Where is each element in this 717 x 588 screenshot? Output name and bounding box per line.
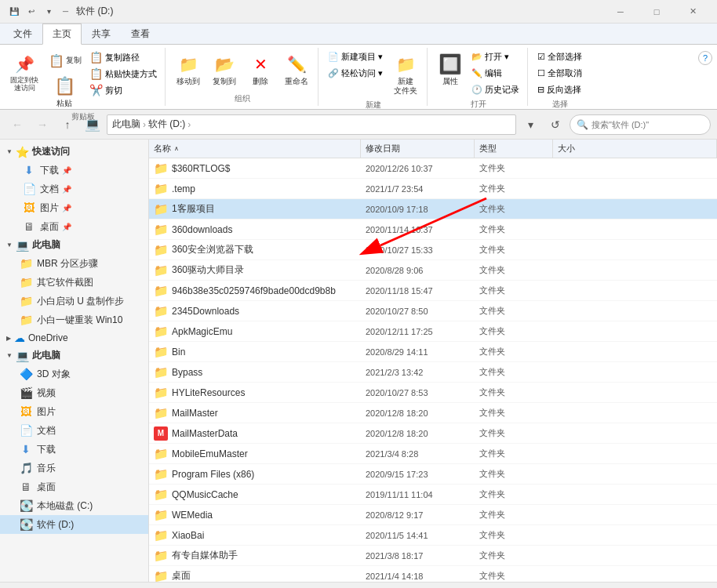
delete-icon: ✕ [248,52,273,77]
sidebar-item-music[interactable]: 🎵 音乐 [0,459,148,477]
sidebar-item-other[interactable]: 📁 其它软件截图 [0,273,148,292]
address-path[interactable]: 此电脑 › 软件 (D:) › [107,114,516,135]
table-row[interactable]: 📁 QQMusicCache 2019/11/11 11:04 文件夹 [149,485,717,505]
sidebar-item-xiaobai1[interactable]: 📁 小白启动 U 盘制作步 [0,292,148,310]
invert-label: 反向选择 [547,84,581,96]
sidebar-item-docs2[interactable]: 📄 文档 [0,421,148,440]
table-row[interactable]: 📁 2345Downloads 2020/10/27 8:50 文件夹 [149,301,717,321]
up-button[interactable]: ↑ [56,114,78,136]
open-button[interactable]: 📂 打开 ▾ [468,49,522,64]
sidebar-item-3d[interactable]: 🔷 3D 对象 [0,365,148,383]
sidebar-item-docs1[interactable]: 📄 文档 📌 [0,180,148,198]
table-row[interactable]: 📁 $360RTLOG$ 2020/12/26 10:37 文件夹 [149,158,717,179]
deselect-all-button[interactable]: ☐ 全部取消 [534,66,585,81]
table-row[interactable]: M MailMasterData 2020/12/8 18:20 文件夹 [149,423,717,444]
table-row[interactable]: 📁 MailMaster 2020/12/8 18:20 文件夹 [149,403,717,423]
table-row[interactable]: 📁 360驱动大师目录 2020/8/28 9:06 文件夹 [149,260,717,281]
pin-to-quick-access-button[interactable]: 📌 固定到快速访问 [6,49,42,95]
close-button[interactable]: ✕ [675,0,711,24]
table-row[interactable]: 📁 MobileEmuMaster 2021/3/4 8:28 文件夹 [149,444,717,464]
tab-view[interactable]: 查看 [121,24,160,45]
table-row[interactable]: 📁 HYLiteResources 2020/10/27 8:53 文件夹 [149,383,717,403]
copy-path-button[interactable]: 📋 复制路径 [86,49,160,65]
tab-share[interactable]: 共享 [82,24,121,45]
folder-icon: 📁 [154,162,168,176]
new-folder-button[interactable]: 📁 新建文件夹 [389,49,422,98]
clipboard-buttons: 📌 固定到快速访问 📋 复制 📋 粘贴 [6,49,160,110]
delete-button[interactable]: ✕ 删除 [244,49,277,89]
pc-icon: 💻 [82,114,104,136]
sidebar-quickaccess[interactable]: ▼ ⭐ 快速访问 [0,143,148,161]
search-input[interactable] [591,120,704,129]
sidebar-item-mbr[interactable]: 📁 MBR 分区步骤 [0,254,148,273]
details-view-button[interactable]: ☰ [692,585,709,589]
sidebar-item-dl[interactable]: ⬇ 下载 [0,440,148,459]
properties-button[interactable]: 🔲 属性 [434,49,467,89]
help-button[interactable]: ? [698,51,712,65]
sidebar-item-imgs[interactable]: 🖼 图片 [0,402,148,421]
sidebar-pc2-icon: 💻 [16,350,29,362]
table-row[interactable]: 📁 1客服项目 2020/10/9 17:18 文件夹 [149,199,717,220]
quick-dropdown[interactable]: ▾ [41,4,56,20]
sidebar-item-download1[interactable]: ⬇ 下载 📌 [0,161,148,180]
copy-to-button[interactable]: 📂 复制到 [208,49,241,89]
table-row[interactable]: 📁 有专自媒体助手 2021/3/8 18:17 文件夹 [149,546,717,566]
large-icons-view-button[interactable]: ⊞ [672,585,689,589]
back-button[interactable]: ← [6,114,28,136]
table-row[interactable]: 📁 Program Files (x86) 2020/9/15 17:23 文件… [149,464,717,485]
sidebar-item-diskd[interactable]: 💽 软件 (D:) [0,515,148,534]
table-row[interactable]: 📁 桌面 2021/1/4 14:18 文件夹 [149,566,717,582]
table-row[interactable]: 📁 .temp 2021/1/7 23:54 文件夹 [149,179,717,199]
easy-access-button[interactable]: 🔗 轻松访问 ▾ [325,66,386,81]
sidebar-item-diskc[interactable]: 💽 本地磁盘 (C:) [0,496,148,515]
sidebar-item-desktop1[interactable]: 🖥 桌面 📌 [0,217,148,236]
table-row[interactable]: 📁 XiaoBai 2020/11/5 14:41 文件夹 [149,525,717,546]
table-row[interactable]: 📁 Bin 2020/8/29 14:11 文件夹 [149,342,717,362]
open-label: 打开 [471,99,486,110]
sidebar-item-pics1[interactable]: 🖼 图片 📌 [0,198,148,217]
cut-button[interactable]: ✂️ 剪切 [86,82,160,98]
col-header-size[interactable]: 大小 [553,140,717,158]
forward-button[interactable]: → [31,114,53,136]
sidebar-dl-label: 下载 [37,443,56,456]
table-row[interactable]: 📁 WEMedia 2020/8/12 9:17 文件夹 [149,505,717,525]
paste-button[interactable]: 📋 粘贴 [44,72,85,110]
col-header-name[interactable]: 名称 ∧ [149,140,361,158]
maximize-button[interactable]: □ [639,0,675,24]
col-header-date[interactable]: 修改日期 [361,140,475,158]
sidebar-thispc2-label: 此电脑 [32,349,60,362]
move-to-button[interactable]: 📁 移动到 [172,49,205,89]
table-row[interactable]: 📁 360downloads 2020/11/14 10:37 文件夹 [149,220,717,240]
dropdown-button[interactable]: ▾ [519,114,541,136]
sidebar-onedrive-section[interactable]: ▶ ☁ OneDrive [0,329,148,347]
onedrive-arrow: ▶ [6,335,11,342]
organize-label: 组织 [235,93,250,104]
refresh-button[interactable]: ↺ [544,114,566,136]
quick-btn-1[interactable]: 💾 [6,4,22,20]
table-row[interactable]: 📁 946b38e35c0259746f9bade00dcd9b8b 2020/… [149,281,717,301]
select-all-button[interactable]: ☑ 全部选择 [534,49,585,64]
search-box[interactable]: 🔍 [570,114,711,135]
path-segment-pc[interactable]: 此电脑 [112,118,140,131]
sidebar-item-desk2[interactable]: 🖥 桌面 [0,477,148,496]
edit-button[interactable]: ✏️ 编辑 [468,66,522,81]
sidebar-thispc2-section[interactable]: ▼ 💻 此电脑 [0,347,148,365]
quick-btn-2[interactable]: ↩ [24,4,39,20]
path-segment-d[interactable]: 软件 (D:) [148,118,185,131]
tab-file[interactable]: 文件 [3,24,42,45]
history-button[interactable]: 🕐 历史记录 [468,82,522,97]
invert-select-button[interactable]: ⊟ 反向选择 [534,82,585,97]
minimize-button[interactable]: ─ [602,0,639,24]
table-row[interactable]: 📁 ApkMagicEmu 2020/12/11 17:25 文件夹 [149,321,717,342]
sidebar-item-xiaobai2[interactable]: 📁 小白一键重装 Win10 [0,310,148,329]
rename-button[interactable]: ✏️ 重命名 [280,49,313,89]
copy-button[interactable]: 📋 复制 [44,49,85,71]
new-item-button[interactable]: 📄 新建项目 ▾ [325,49,386,64]
table-row[interactable]: 📁 360安全浏览器下载 2020/10/27 15:33 文件夹 [149,240,717,260]
col-header-type[interactable]: 类型 [475,140,553,158]
tab-home[interactable]: 主页 [42,24,82,45]
table-row[interactable]: 📁 Bypass 2021/2/3 13:42 文件夹 [149,362,717,383]
sidebar-item-video[interactable]: 🎬 视频 [0,383,148,402]
paste-shortcut-button[interactable]: 📋 粘贴快捷方式 [86,66,160,82]
sidebar-thispc-section[interactable]: ▼ 💻 此电脑 [0,236,148,254]
